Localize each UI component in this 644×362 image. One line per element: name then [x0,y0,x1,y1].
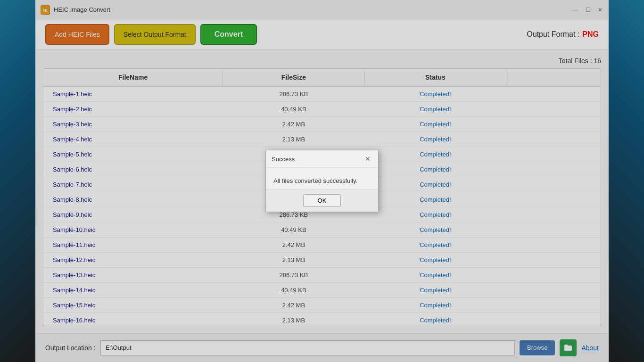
modal-overlay: Success ✕ All files converted successful… [36,0,608,362]
modal-footer: OK [266,189,378,212]
modal-body: All files converted successfully. [266,168,378,189]
modal-close-button[interactable]: ✕ [363,154,372,164]
modal-titlebar: Success ✕ [266,150,378,168]
modal-message: All files converted successfully. [273,177,371,184]
main-window: HI HEIC Image Convert — ☐ ✕ Add HEIC Fil… [35,0,609,362]
success-modal: Success ✕ All files converted successful… [265,150,379,212]
bg-right [609,0,644,362]
modal-ok-button[interactable]: OK [303,194,341,207]
modal-title: Success [272,156,295,163]
bg-left [0,0,35,362]
